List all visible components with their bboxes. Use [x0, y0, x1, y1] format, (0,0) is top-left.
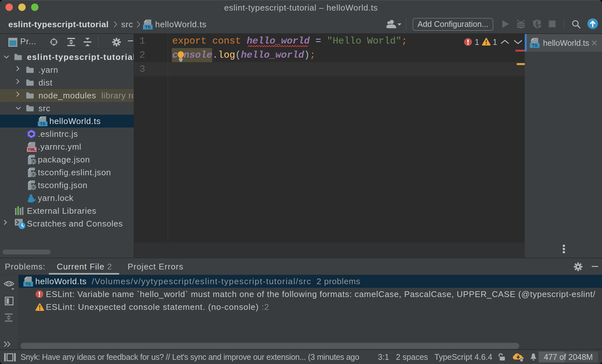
svg-text:TS: TS: [26, 282, 31, 286]
svg-text:YML: YML: [28, 147, 36, 152]
svg-text:TS: TS: [40, 121, 46, 126]
svg-text:TS: TS: [145, 25, 151, 29]
svg-text:TS: TS: [532, 43, 538, 48]
